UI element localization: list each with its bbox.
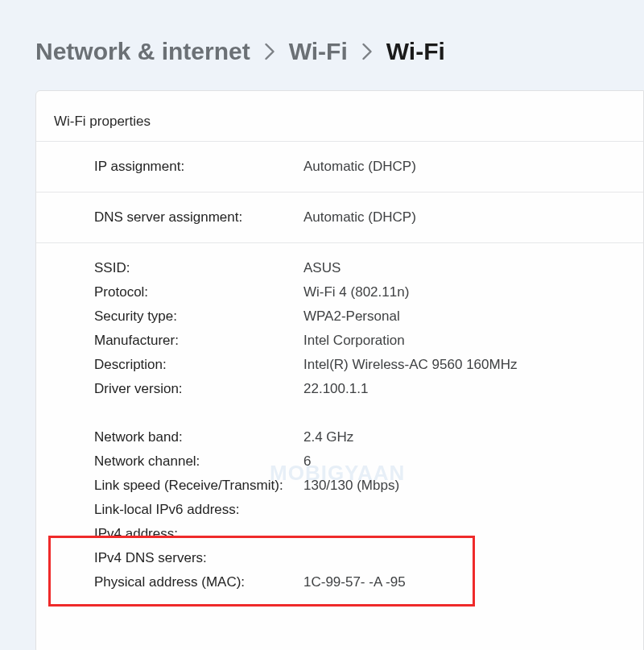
detail-value: WPA2-Personal [303,304,400,329]
detail-value: Intel(R) Wireless-AC 9560 160MHz [303,353,517,377]
detail-row: IPv4 DNS servers: [94,546,643,570]
detail-label: Security type: [94,304,303,329]
detail-row: IPv4 address: [94,522,643,546]
detail-label: Link-local IPv6 address: [94,498,303,522]
detail-label: Network band: [94,425,303,449]
ip-assignment-label: IP assignment: [94,159,303,175]
detail-row: Protocol:Wi-Fi 4 (802.11n) [94,280,643,304]
detail-label: IPv4 address: [94,522,303,546]
detail-label: Link speed (Receive/Transmit): [94,474,303,498]
detail-row: Manufacturer:Intel Corporation [94,329,643,353]
detail-label: Protocol: [94,280,303,304]
dns-assignment-value: Automatic (DHCP) [303,209,416,226]
breadcrumb: Network & internet Wi-Fi Wi-Fi [35,37,644,66]
detail-label: Physical address (MAC): [94,570,303,594]
detail-row: Link speed (Receive/Transmit):130/130 (M… [94,474,643,498]
detail-label: IPv4 DNS servers: [94,546,303,570]
detail-label: Driver version: [94,377,303,401]
detail-row: Link-local IPv6 address: [94,498,643,522]
detail-row: Network band:2.4 GHz [94,425,643,449]
detail-value: ASUS [303,256,341,280]
detail-row: SSID:ASUS [94,256,643,280]
dns-assignment-label: DNS server assignment: [94,209,303,226]
breadcrumb-wifi[interactable]: Wi-Fi [289,37,348,66]
detail-value: 6 [303,449,311,474]
detail-value: Intel Corporation [303,329,405,353]
ip-assignment-value: Automatic (DHCP) [303,159,416,175]
detail-label: Network channel: [94,449,303,474]
chevron-right-icon [263,43,276,60]
dns-assignment-row[interactable]: DNS server assignment: Automatic (DHCP) [36,192,643,242]
breadcrumb-root[interactable]: Network & internet [35,37,250,66]
detail-label: SSID: [94,256,303,280]
detail-row: Physical address (MAC):1C-99-57- -A -95 [94,570,643,594]
panel-title: Wi-Fi properties [36,91,643,141]
detail-row: Network channel:6 [94,449,643,474]
detail-row: Description:Intel(R) Wireless-AC 9560 16… [94,353,643,377]
detail-value: Wi-Fi 4 (802.11n) [303,280,409,304]
detail-label: Manufacturer: [94,329,303,353]
detail-row: Driver version:22.100.1.1 [94,377,643,401]
detail-label: Description: [94,353,303,377]
wifi-details-block: MOBIGYAAN SSID:ASUS Protocol:Wi-Fi 4 (80… [36,242,643,627]
detail-value: 130/130 (Mbps) [303,474,399,498]
detail-row: Security type:WPA2-Personal [94,304,643,329]
chevron-right-icon [361,43,374,60]
wifi-properties-panel: Wi-Fi properties IP assignment: Automati… [35,90,644,650]
ip-assignment-row[interactable]: IP assignment: Automatic (DHCP) [36,141,643,192]
detail-value: 22.100.1.1 [303,377,368,401]
breadcrumb-current: Wi-Fi [386,37,445,66]
detail-value: 1C-99-57- -A -95 [303,570,406,594]
detail-value: 2.4 GHz [303,425,353,449]
